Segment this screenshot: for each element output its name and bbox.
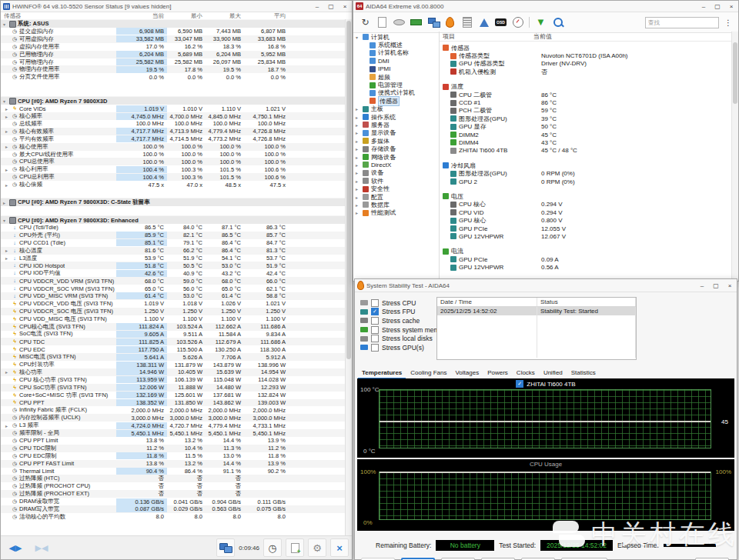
sensor-group-row[interactable]: 传感器 [440,44,738,52]
hwinfo-close-button[interactable]: × [338,1,352,12]
sensor-row[interactable]: ▸◷核心利用率100.4 %100.3 %101.5 %100.6 % [1,165,346,173]
sensor-value-row[interactable]: DIMM245 °C [440,131,738,138]
sensor-value-row[interactable]: CCD #186 °C [440,98,738,106]
hwinfo-maximize-button[interactable]: ▢ [324,1,338,12]
scrollbar-thumb[interactable] [346,21,351,359]
sensor-row[interactable]: ◷Infinity Fabric 频率 (FCLK)2,000.0 MHz2,0… [1,406,346,414]
sensor-row[interactable]: ϟCPU VDD_MISC 电压 (SVI3 TFN)1.100 V1.100 … [1,315,346,323]
report-button[interactable]: + [286,538,304,557]
gauge-icon[interactable] [512,17,523,28]
sidebar-item-computer[interactable]: ▾计算机 [353,33,439,41]
benchmark-icon[interactable] [461,17,473,28]
sensor-value-row[interactable]: PCH 二极管59 °C [440,107,738,115]
memory-icon[interactable] [410,17,422,28]
sidebar-item-sensor[interactable]: 传感器 [353,97,439,105]
sensor-value-row[interactable]: GPU 显存50 °C [440,123,738,131]
sensor-row[interactable]: ϟMISC电流 (SVI3 TFN)5.641 A5.626 A7.706 A5… [1,353,346,361]
sidebar-item-ipmi[interactable]: IPMI [353,65,439,73]
sensor-value-row[interactable]: GPU PCIe0.09 A [440,255,738,263]
sensor-row[interactable]: ϟCPU 核心功率 (SVI3 TFN)113.959 W106.139 W11… [1,376,346,384]
sensor-value-row[interactable]: GPU 12VHPWR0.56 A [440,263,738,271]
sensor-row[interactable]: ↓CPU CCD1 (Tdie)85.1 °C79.1 °C86.4 °C84.… [1,239,346,247]
sidebar-item-computer-name[interactable]: 计算机名称 [353,49,439,57]
legend-checkbox[interactable]: ✓ [516,380,523,388]
checkbox[interactable] [371,326,379,334]
sensor-row[interactable]: ▸ϟCore VIDs1.019 V1.010 V1.110 V1.021 V [1,105,346,112]
checkbox[interactable] [371,335,379,342]
sensor-row[interactable]: ↓CPU IOD平均值42.6 °C40.9 °C43.2 °C42.4 °C [1,269,346,277]
tab-temperatures[interactable]: Temperatures [358,368,406,379]
sensor-row[interactable]: ◷平均有效频率4,717.7 MHz4,714.5 MHz4,773.2 MHz… [1,135,346,143]
sensor-value-row[interactable]: GPU 20 RPM (0%) [440,178,738,185]
sensor-row[interactable]: ◷内存控制器频率 (UCLK)3,000.0 MHz3,000.0 MHz3,0… [1,414,346,422]
sensor-row[interactable]: ◷过热降频 (PROCHOT CPU)否否否 [1,482,346,490]
sensor-row[interactable]: ↓CPU VDD_MISC VRM (SVI3 TFN)61.4 °C53.0 … [1,292,346,300]
sensor-row[interactable]: ↓CPU IOD Hotspot51.8 °C50.5 °C53.0 °C51.… [1,262,346,269]
sidebar-item-dmi[interactable]: DMI [353,57,439,65]
sidebar-item-devices[interactable]: ▸设备 [353,169,439,177]
sensor-row[interactable]: ◷CPU EDC限制11.8 %11.5 %13.0 %11.8 % [1,452,346,460]
sensor-value-row[interactable]: 图形处理器(GPU)39 °C [440,115,738,122]
sensor-row[interactable]: ϟCPU封装功率138.311 W131.879 W143.879 W138.9… [1,361,346,368]
hwinfo-minimize-button[interactable]: – [310,1,324,12]
sensor-row[interactable]: ▸◷L3 频率4,724.0 MHz4,720.7 MHz4,779.4 MHz… [1,422,346,429]
log-row[interactable]: 2025/12/25 14:52:02Stability Test: Start… [437,307,636,315]
sensor-value-row[interactable]: ZHITAI Ti600 4TB45 °C / 48 °C [440,147,738,155]
sensor-row[interactable]: ↓CPU VDDCR_VDD VRM (SVI3 TFN)68.0 °C59.0… [1,277,346,285]
sensor-row[interactable]: ▸↓核心温度81.6 °C66.2 °C86.4 °C81.3 °C [1,247,346,255]
sensor-row[interactable]: ◷分页文件使用率0.0 %0.0 %0.0 %0.0 % [1,73,346,81]
sidebar-item-storage[interactable]: ▸存储设备 [353,145,439,152]
sensor-value-row[interactable]: CPU VID0.294 V [440,208,738,216]
sensor-row[interactable]: ◷过热降频 (HTC)否否否 [1,475,346,482]
sensor-value-row[interactable]: 机箱入侵检测否 [440,68,738,75]
tab-powers[interactable]: Powers [483,368,512,379]
sensor-row[interactable]: ↓CPU (Tctl/Tdie)86.5 °C84.0 °C87.1 °C86.… [1,224,346,232]
checkbox[interactable] [371,317,379,325]
sidebar-item-server[interactable]: ▸服务器 [353,121,439,128]
sensor-row[interactable]: ▸◷核心倍频47.5 x47.0 x48.5 x47.5 x [1,181,346,188]
tab-cooling-fans[interactable]: Cooling Fans [406,368,450,379]
sensor-row[interactable]: ◷CPU PPT Limit13.8 %13.2 %14.4 %13.9 % [1,437,346,445]
sensor-row[interactable]: ◷CPU总使用率100.0 %100.0 %100.0 %100.0 % [1,158,346,165]
sidebar-item-security[interactable]: ▸安全性 [353,185,439,192]
expand-columns-button[interactable]: ◀▶ [4,540,27,555]
sensor-row[interactable]: ◷总线频率100.0 MHz100.0 MHz100.0 MHz100.0 MH… [1,120,346,128]
sensor-row[interactable]: ϟCPU VDDCR_VDD 电压 (SVI3 TFN)1.019 V1.018… [1,300,346,308]
remote-monitoring-button[interactable] [216,538,235,557]
burn-in-icon[interactable] [444,17,456,28]
sensor-row[interactable]: ϟCore+SoC+MISC 功率 (SVI3 TFN)132.169 W125… [1,392,346,399]
sensor-row[interactable]: ◷DRAM读取带宽0.136 GB/s0.041 GB/s0.904 GB/s0… [1,498,346,505]
sensor-row[interactable]: ▸↓L3温度53.9 °C51.9 °C54.1 °C53.7 °C [1,255,346,262]
sensor-row[interactable]: ϟCPU SoC功率 (SVI3 TFN)12.006 W11.888 W14.… [1,384,346,392]
diagnostics-icon[interactable] [478,17,490,28]
osd-icon[interactable]: OSD [495,17,507,28]
sensor-row[interactable]: ◷CPU总利用率100.4 %100.3 %101.5 %100.6 % [1,173,346,181]
aida64-minimize-button[interactable]: – [697,1,711,12]
network-audit-icon[interactable] [427,17,439,28]
checkbox[interactable] [371,299,379,307]
sidebar-item-display[interactable]: ▸显示设备 [353,129,439,137]
pane-scrollbar[interactable] [731,32,738,281]
sensor-value-row[interactable]: 图形处理器(GPU)0 RPM (0%) [440,169,738,177]
sensor-row[interactable]: ▸◷核心使用率100.0 %100.0 %100.0 %100.0 % [1,143,346,151]
sidebar-item-overview[interactable]: 系统概述 [353,41,439,48]
search-icon[interactable] [552,17,563,28]
aida64-maximize-button[interactable]: ▢ [711,1,724,12]
checkbox[interactable]: ✓ [371,308,379,315]
sensor-group-row[interactable]: 电流 [440,248,738,255]
sensor-row[interactable]: ▸ϟ核心功率14.946 W10.405 W15.639 W14.954 W [1,368,346,376]
sensor-value-row[interactable]: CPU 核心0.294 V [440,201,738,208]
disk-icon[interactable] [393,17,405,28]
sensor-section-header[interactable]: ▾CPU [#0]: AMD Ryzen 7 9800X3D: Enhanced [1,215,346,224]
sensor-row[interactable]: ◷CPU TDC限制11.2 %10.4 %11.3 %11.2 % [1,445,346,452]
tab-voltages[interactable]: Voltages [451,368,483,379]
sensor-row[interactable]: ◷最大CPU/线程使用率100.0 %100.0 %100.0 %100.0 % [1,151,346,158]
sidebar-item-multimedia[interactable]: ▸多媒体 [353,137,439,145]
sensor-row[interactable]: ◷Thermal Limit90.4 %86.4 %91.1 %90.2 % [1,468,346,475]
tab-clocks[interactable]: Clocks [513,368,539,379]
sensor-row[interactable]: ◷可用物理内存25,582 MB25,582 MB26,097 MB25,834… [1,58,346,66]
settings-button[interactable]: ⚙ [308,538,326,557]
sensor-row[interactable]: ϟCPU EDC117.750 A115.500 A130.250 A118.3… [1,345,346,353]
sidebar-item-database[interactable]: ▸数据库 [353,201,439,208]
sensor-row[interactable]: ϟCPU核心电流 (SVI3 TFN)111.824 A103.524 A112… [1,323,346,331]
